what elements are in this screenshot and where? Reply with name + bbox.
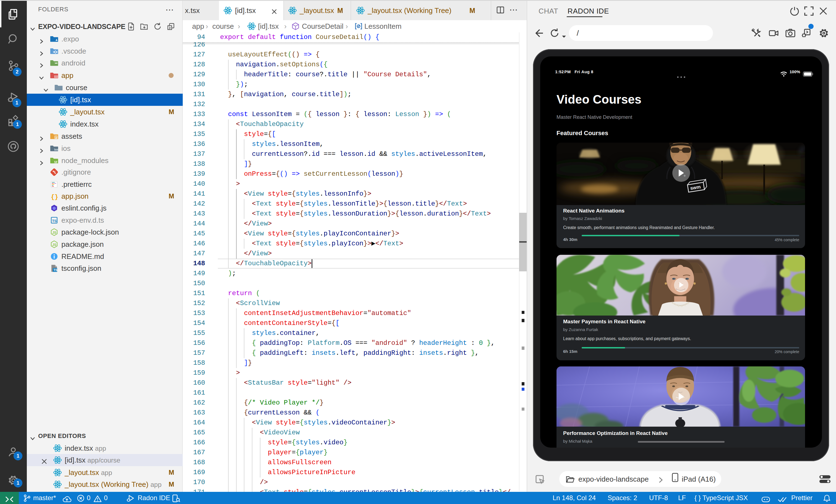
svg-text:ios: ios bbox=[54, 148, 59, 151]
svg-text:JS: JS bbox=[52, 243, 56, 247]
svg-text:TS: TS bbox=[54, 268, 57, 272]
svg-text:JS: JS bbox=[52, 231, 56, 235]
svg-text:TS: TS bbox=[52, 219, 57, 223]
svg-text:{}: {} bbox=[51, 194, 58, 200]
